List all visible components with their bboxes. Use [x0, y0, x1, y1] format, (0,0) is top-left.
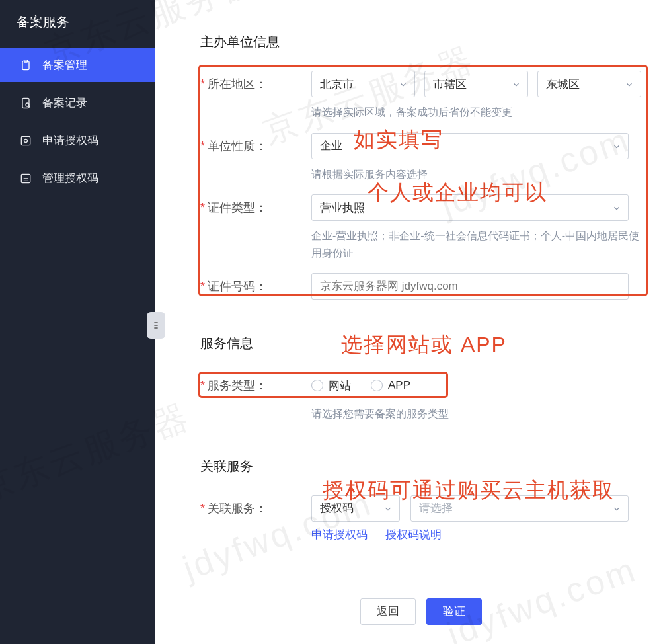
label-assoc: *关联服务： — [200, 495, 311, 516]
link-code-desc[interactable]: 授权码说明 — [385, 528, 442, 541]
select-value: 企业 — [320, 138, 342, 153]
section-title-assoc: 关联服务 — [200, 458, 641, 475]
label-cert-no: *证件号码： — [200, 273, 311, 294]
hint-service-type: 请选择您需要备案的服务类型 — [311, 405, 641, 423]
search-doc-icon — [19, 96, 33, 110]
chevron-down-icon — [512, 79, 521, 89]
back-button[interactable]: 返回 — [360, 598, 416, 625]
radio-website[interactable]: 网站 — [311, 378, 351, 393]
chevron-down-icon — [625, 79, 634, 89]
nav-item-label: 申请授权码 — [42, 133, 98, 148]
manage-code-icon — [19, 171, 33, 186]
radio-icon — [371, 380, 383, 391]
radio-app[interactable]: APP — [371, 379, 410, 392]
sidebar: 备案服务 备案管理 备案记录 申请授权码 管理授权码 — [0, 0, 155, 644]
nav-item-manage-code[interactable]: 管理授权码 — [0, 161, 155, 195]
select-district[interactable]: 东城区 — [537, 71, 641, 97]
nav-item-label: 备案管理 — [42, 58, 87, 73]
chevron-down-icon — [383, 504, 393, 513]
sidebar-collapse-handle[interactable] — [147, 312, 165, 339]
select-value: 东城区 — [546, 77, 580, 92]
svg-rect-5 — [21, 136, 30, 145]
input-cert-no[interactable] — [311, 273, 629, 300]
select-value: 市辖区 — [433, 77, 467, 92]
row-assoc: *关联服务： 授权码 请选择 申请授权码 授权码说明 — [200, 495, 641, 542]
row-cert-type: *证件类型： 营业执照 企业-营业执照；非企业-统一社会信息代码证书；个人-中国… — [200, 194, 641, 261]
chevron-down-icon — [612, 504, 621, 513]
clipboard-icon — [19, 58, 33, 73]
select-province[interactable]: 北京市 — [311, 71, 415, 97]
hint-region: 请选择实际区域，备案成功后省份不能变更 — [311, 104, 641, 121]
select-placeholder: 请选择 — [419, 501, 453, 516]
select-value: 授权码 — [320, 501, 354, 516]
select-city[interactable]: 市辖区 — [424, 71, 528, 97]
divider — [200, 317, 641, 317]
select-value: 营业执照 — [320, 200, 365, 216]
link-apply-code[interactable]: 申请授权码 — [311, 528, 368, 541]
sidebar-title: 备案服务 — [0, 0, 155, 44]
select-cert-type[interactable]: 营业执照 — [311, 194, 629, 221]
nav-item-records[interactable]: 备案记录 — [0, 86, 155, 120]
label-service-type: *服务类型： — [200, 372, 311, 393]
main-content: 主办单位信息 *所在地区： 北京市 市辖区 东城区 — [155, 0, 661, 644]
verify-button[interactable]: 验证 — [426, 598, 482, 625]
svg-point-6 — [24, 139, 28, 142]
select-auth-code[interactable]: 授权码 — [311, 495, 400, 522]
chevron-down-icon — [612, 203, 621, 212]
section-title-org: 主办单位信息 — [200, 33, 641, 51]
hint-nature: 请根据实际服务内容选择 — [311, 166, 641, 183]
select-value: 北京市 — [320, 77, 354, 92]
row-nature: *单位性质： 企业 请根据实际服务内容选择 — [200, 133, 641, 183]
label-cert-type: *证件类型： — [200, 194, 311, 216]
radio-icon — [311, 380, 323, 391]
chevron-down-icon — [399, 79, 408, 89]
label-region: *所在地区： — [200, 71, 311, 92]
divider — [200, 440, 641, 440]
nav-item-label: 备案记录 — [42, 95, 87, 110]
select-auth-value[interactable]: 请选择 — [410, 495, 629, 522]
select-nature[interactable]: 企业 — [311, 133, 629, 159]
button-bar: 返回 验证 — [200, 581, 641, 625]
code-icon — [19, 134, 33, 148]
nav-item-label: 管理授权码 — [42, 171, 98, 186]
nav-item-apply-code[interactable]: 申请授权码 — [0, 124, 155, 157]
label-nature: *单位性质： — [200, 133, 311, 154]
row-service-type: *服务类型： 网站 APP 请选择您需要备案的服务类型 — [200, 372, 641, 423]
chevron-down-icon — [612, 141, 621, 151]
hint-cert-type: 企业-营业执照；非企业-统一社会信息代码证书；个人-中国内地居民使用身份证 — [311, 227, 641, 261]
row-region: *所在地区： 北京市 市辖区 东城区 请选择实际区域 — [200, 71, 641, 121]
section-title-service: 服务信息 — [200, 335, 641, 352]
nav-item-manage[interactable]: 备案管理 — [0, 48, 155, 82]
row-cert-no: *证件号码： — [200, 273, 641, 300]
